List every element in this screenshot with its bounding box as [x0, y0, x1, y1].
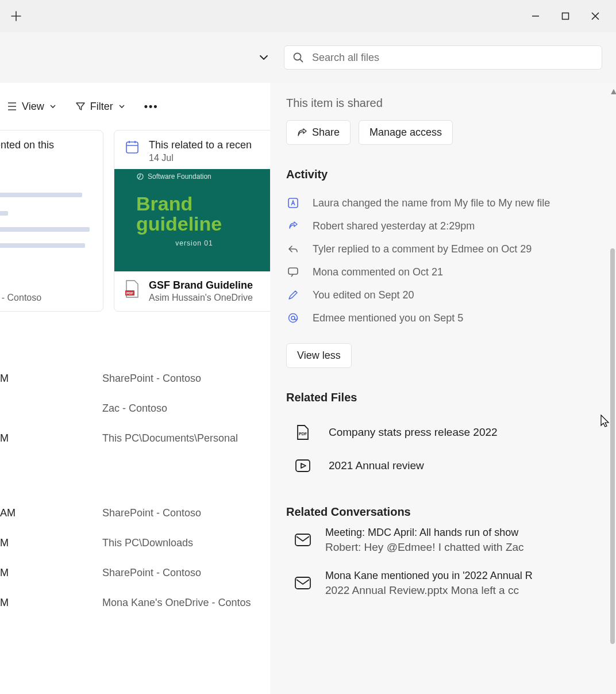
activity-item[interactable]: You edited on Sept 20	[286, 283, 600, 306]
mention-icon	[286, 311, 300, 325]
activity-item[interactable]: Edmee mentioned you on Sept 5	[286, 306, 600, 329]
card-thumbnail: Software Foundation Brand guideline vers…	[114, 169, 270, 271]
scrollbar-thumb[interactable]	[610, 248, 615, 644]
share-icon	[286, 219, 300, 233]
related-conversations-heading: Related Conversations	[286, 505, 600, 519]
list-item[interactable]: AMSharePoint - Contoso	[0, 498, 270, 528]
svg-rect-13	[295, 534, 310, 546]
card-subline: PM	[0, 153, 54, 163]
pdf-file-icon: PDF	[124, 279, 141, 299]
activity-item[interactable]: Laura changed the name from My file to M…	[286, 191, 600, 214]
list-item[interactable]: Zac - Contoso	[0, 393, 270, 423]
conversation-title: Mona Kane mentioned you in '2022 Annual …	[325, 570, 555, 582]
card-file-location: Asim Hussain's OneDrive	[149, 293, 253, 303]
svg-point-9	[289, 314, 298, 323]
svg-text:PDF: PDF	[126, 292, 133, 295]
view-menu[interactable]: View	[0, 97, 64, 116]
conversation-preview: 2022 Annual Review.pptx Mona left a cc	[325, 584, 555, 597]
filter-icon	[75, 101, 86, 112]
window-titlebar	[0, 0, 616, 32]
svg-rect-12	[296, 460, 310, 471]
filter-label: Filter	[90, 101, 113, 113]
related-file-item[interactable]: 2021 Annual review	[286, 449, 600, 482]
new-tab-button[interactable]	[5, 5, 28, 28]
svg-rect-8	[288, 268, 298, 274]
svg-rect-3	[126, 142, 138, 153]
search-icon	[292, 52, 304, 63]
chevron-down-icon	[118, 102, 126, 110]
search-input[interactable]	[312, 52, 594, 64]
svg-text:PDF: PDF	[299, 432, 307, 436]
list-item[interactable]: MThis PC\Documents\Personal	[0, 423, 270, 453]
suggestion-card[interactable]: This related to a recen 14 Jul Software …	[114, 130, 270, 312]
conversation-title: Meeting: MDC April: All hands run of sho…	[325, 527, 555, 539]
list-toolbar: View Filter •••	[0, 83, 270, 130]
view-label: View	[22, 101, 44, 113]
activity-item[interactable]: Tyler replied to a comment by Edmee on O…	[286, 237, 600, 260]
activity-item[interactable]: Robert shared yesterday at 2:29pm	[286, 214, 600, 237]
card-headline: This related to a recen	[149, 139, 252, 152]
filter-menu[interactable]: Filter	[68, 97, 133, 116]
manage-access-label: Manage access	[369, 126, 442, 139]
suggestion-card[interactable]: mmented on this PM tes Driv	[0, 130, 103, 312]
mail-icon	[293, 573, 313, 593]
search-bar[interactable]	[284, 45, 602, 70]
related-files-heading: Related Files	[286, 391, 600, 404]
thumb-logo-text: Software Foundation	[148, 172, 211, 181]
thumb-text-1: Brand	[136, 194, 270, 214]
thumb-text-2: guideline	[136, 214, 270, 235]
activity-list: Laura changed the name from My file to M…	[286, 191, 600, 329]
conversation-preview: Robert: Hey @Edmee! I chatted with Zac	[325, 541, 555, 554]
share-icon	[297, 128, 307, 138]
close-button[interactable]	[588, 9, 602, 23]
conversation-item[interactable]: Mona Kane mentioned you in '2022 Annual …	[286, 562, 600, 605]
thumb-version: version 01	[114, 239, 270, 247]
svg-rect-14	[295, 577, 310, 589]
scroll-up-arrow[interactable]: ▲	[609, 86, 615, 97]
card-headline: mmented on this	[0, 139, 54, 152]
list-item[interactable]: MSharePoint - Contoso	[0, 363, 270, 393]
suggestion-cards: mmented on this PM tes Driv	[0, 130, 270, 312]
share-button-label: Share	[312, 126, 340, 139]
card-file-location: Drive - Contoso	[0, 293, 41, 303]
card-thumbnail	[0, 169, 103, 271]
chevron-down-icon	[49, 102, 57, 110]
list-icon	[7, 101, 17, 112]
video-icon	[293, 456, 313, 476]
list-item[interactable]: MSharePoint - Contoso	[0, 558, 270, 588]
edit-icon	[286, 288, 300, 302]
more-menu[interactable]: •••	[137, 97, 165, 116]
activity-item[interactable]: Mona commented on Oct 21	[286, 260, 600, 283]
comment-icon	[286, 265, 300, 279]
list-item[interactable]: MThis PC\Downloads	[0, 528, 270, 558]
manage-access-button[interactable]: Manage access	[359, 120, 453, 145]
app-header	[0, 32, 616, 83]
details-panel: ▲ This item is shared Share Manage acces…	[270, 83, 616, 694]
conversation-item[interactable]: Meeting: MDC April: All hands run of sho…	[286, 519, 600, 562]
svg-point-1	[294, 53, 301, 60]
reply-icon	[286, 242, 300, 256]
list-item[interactable]: MMona Kane's OneDrive - Contos	[0, 588, 270, 618]
view-less-button[interactable]: View less	[286, 343, 352, 368]
card-subline: 14 Jul	[149, 153, 252, 163]
main-file-pane: View Filter •••	[0, 83, 270, 694]
cursor-icon	[600, 414, 610, 428]
calendar-icon	[124, 139, 141, 156]
share-button[interactable]: Share	[286, 120, 351, 145]
maximize-button[interactable]	[559, 9, 572, 23]
minimize-button[interactable]	[529, 9, 542, 23]
pdf-icon: PDF	[293, 423, 313, 442]
svg-rect-0	[563, 13, 569, 20]
rename-icon	[286, 196, 300, 210]
card-file-title: tes	[0, 279, 41, 292]
dropdown-toggle[interactable]	[253, 47, 275, 68]
card-file-title: GSF Brand Guideline	[149, 279, 253, 292]
svg-point-10	[291, 316, 295, 320]
shared-status-label: This item is shared	[286, 97, 600, 110]
activity-heading: Activity	[286, 168, 600, 181]
related-file-item[interactable]: PDF Company stats press release 2022	[286, 416, 600, 449]
file-list: MSharePoint - Contoso Zac - Contoso MThi…	[0, 363, 270, 618]
mail-icon	[293, 530, 313, 550]
